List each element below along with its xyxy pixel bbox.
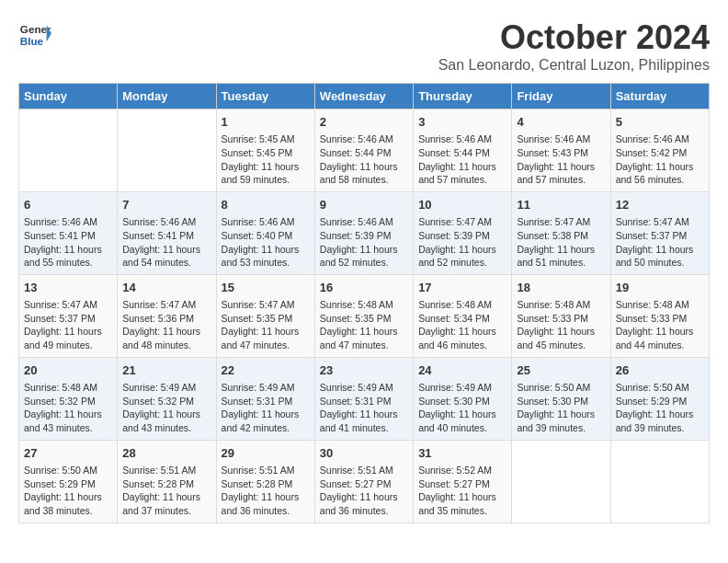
calendar-cell: 15Sunrise: 5:47 AM Sunset: 5:35 PM Dayli…	[216, 274, 314, 357]
calendar-cell: 27Sunrise: 5:50 AM Sunset: 5:29 PM Dayli…	[19, 440, 118, 523]
calendar-cell: 10Sunrise: 5:47 AM Sunset: 5:39 PM Dayli…	[414, 191, 512, 274]
day-number: 26	[616, 362, 704, 379]
calendar-cell: 13Sunrise: 5:47 AM Sunset: 5:37 PM Dayli…	[19, 274, 118, 357]
day-number: 27	[24, 445, 112, 462]
day-number: 7	[122, 197, 210, 213]
calendar-cell: 7Sunrise: 5:46 AM Sunset: 5:41 PM Daylig…	[118, 191, 216, 274]
day-number: 21	[122, 362, 210, 379]
day-info: Sunrise: 5:47 AM Sunset: 5:36 PM Dayligh…	[122, 298, 210, 352]
calendar-cell: 4Sunrise: 5:46 AM Sunset: 5:43 PM Daylig…	[512, 109, 610, 192]
calendar-cell: 17Sunrise: 5:48 AM Sunset: 5:34 PM Dayli…	[414, 274, 512, 357]
column-header-friday: Friday	[512, 84, 610, 109]
calendar-cell: 26Sunrise: 5:50 AM Sunset: 5:29 PM Dayli…	[610, 357, 709, 440]
day-info: Sunrise: 5:47 AM Sunset: 5:37 PM Dayligh…	[24, 298, 112, 352]
day-number: 11	[517, 197, 605, 213]
day-info: Sunrise: 5:46 AM Sunset: 5:43 PM Dayligh…	[517, 132, 605, 187]
calendar-cell: 30Sunrise: 5:51 AM Sunset: 5:27 PM Dayli…	[314, 440, 413, 523]
day-number: 12	[616, 197, 704, 213]
day-number: 31	[418, 445, 506, 462]
column-header-sunday: Sunday	[19, 84, 118, 109]
day-number: 19	[616, 280, 704, 296]
day-info: Sunrise: 5:51 AM Sunset: 5:27 PM Dayligh…	[320, 464, 408, 518]
day-info: Sunrise: 5:48 AM Sunset: 5:33 PM Dayligh…	[517, 298, 605, 352]
day-number: 22	[222, 362, 310, 379]
day-info: Sunrise: 5:46 AM Sunset: 5:42 PM Dayligh…	[616, 132, 704, 187]
day-info: Sunrise: 5:46 AM Sunset: 5:40 PM Dayligh…	[222, 215, 310, 270]
day-number: 24	[418, 362, 506, 379]
day-info: Sunrise: 5:49 AM Sunset: 5:31 PM Dayligh…	[222, 381, 310, 435]
day-info: Sunrise: 5:50 AM Sunset: 5:29 PM Dayligh…	[616, 381, 704, 435]
calendar-week-4: 20Sunrise: 5:48 AM Sunset: 5:32 PM Dayli…	[19, 357, 710, 440]
calendar-cell: 3Sunrise: 5:46 AM Sunset: 5:44 PM Daylig…	[414, 109, 512, 192]
logo: General Blue	[18, 18, 51, 52]
day-info: Sunrise: 5:46 AM Sunset: 5:44 PM Dayligh…	[320, 132, 408, 187]
day-info: Sunrise: 5:48 AM Sunset: 5:32 PM Dayligh…	[24, 381, 112, 435]
calendar-cell: 24Sunrise: 5:49 AM Sunset: 5:30 PM Dayli…	[414, 357, 512, 440]
day-number: 8	[222, 197, 310, 213]
calendar-cell: 25Sunrise: 5:50 AM Sunset: 5:30 PM Dayli…	[512, 357, 610, 440]
day-number: 2	[320, 114, 408, 131]
day-number: 30	[320, 445, 408, 462]
day-info: Sunrise: 5:49 AM Sunset: 5:31 PM Dayligh…	[320, 381, 408, 435]
calendar-cell	[19, 109, 118, 192]
calendar-header-row: SundayMondayTuesdayWednesdayThursdayFrid…	[19, 84, 710, 109]
column-header-monday: Monday	[118, 84, 216, 109]
day-number: 15	[222, 280, 310, 296]
month-title: October 2024	[438, 18, 710, 57]
day-number: 4	[517, 114, 605, 131]
calendar-week-1: 1Sunrise: 5:45 AM Sunset: 5:45 PM Daylig…	[19, 109, 710, 192]
column-header-saturday: Saturday	[610, 84, 709, 109]
day-number: 25	[517, 362, 605, 379]
calendar-cell: 12Sunrise: 5:47 AM Sunset: 5:37 PM Dayli…	[610, 191, 709, 274]
calendar-cell: 5Sunrise: 5:46 AM Sunset: 5:42 PM Daylig…	[610, 109, 709, 192]
day-number: 10	[418, 197, 506, 213]
calendar-cell: 14Sunrise: 5:47 AM Sunset: 5:36 PM Dayli…	[118, 274, 216, 357]
page-header: General Blue October 2024 San Leonardo, …	[18, 18, 710, 74]
calendar-cell: 9Sunrise: 5:46 AM Sunset: 5:39 PM Daylig…	[314, 191, 413, 274]
day-info: Sunrise: 5:46 AM Sunset: 5:44 PM Dayligh…	[418, 132, 506, 187]
calendar-cell: 8Sunrise: 5:46 AM Sunset: 5:40 PM Daylig…	[216, 191, 314, 274]
calendar-cell	[118, 109, 216, 192]
day-info: Sunrise: 5:51 AM Sunset: 5:28 PM Dayligh…	[122, 464, 210, 518]
day-info: Sunrise: 5:49 AM Sunset: 5:30 PM Dayligh…	[418, 381, 506, 435]
column-header-tuesday: Tuesday	[216, 84, 314, 109]
day-number: 6	[24, 197, 112, 213]
day-number: 13	[24, 280, 112, 296]
day-info: Sunrise: 5:45 AM Sunset: 5:45 PM Dayligh…	[222, 132, 310, 187]
calendar-cell: 11Sunrise: 5:47 AM Sunset: 5:38 PM Dayli…	[512, 191, 610, 274]
day-number: 29	[222, 445, 310, 462]
calendar-cell: 16Sunrise: 5:48 AM Sunset: 5:35 PM Dayli…	[314, 274, 413, 357]
day-number: 17	[418, 280, 506, 296]
day-info: Sunrise: 5:46 AM Sunset: 5:39 PM Dayligh…	[320, 215, 408, 270]
day-info: Sunrise: 5:47 AM Sunset: 5:37 PM Dayligh…	[616, 215, 704, 270]
calendar-cell: 31Sunrise: 5:52 AM Sunset: 5:27 PM Dayli…	[414, 440, 512, 523]
day-info: Sunrise: 5:51 AM Sunset: 5:28 PM Dayligh…	[222, 464, 310, 518]
day-info: Sunrise: 5:49 AM Sunset: 5:32 PM Dayligh…	[122, 381, 210, 435]
calendar-cell: 18Sunrise: 5:48 AM Sunset: 5:33 PM Dayli…	[512, 274, 610, 357]
day-info: Sunrise: 5:50 AM Sunset: 5:30 PM Dayligh…	[517, 381, 605, 435]
day-info: Sunrise: 5:48 AM Sunset: 5:33 PM Dayligh…	[616, 298, 704, 352]
day-number: 5	[616, 114, 704, 131]
day-info: Sunrise: 5:48 AM Sunset: 5:35 PM Dayligh…	[320, 298, 408, 352]
day-number: 14	[122, 280, 210, 296]
day-number: 1	[222, 114, 310, 131]
calendar-cell: 28Sunrise: 5:51 AM Sunset: 5:28 PM Dayli…	[118, 440, 216, 523]
calendar-cell: 22Sunrise: 5:49 AM Sunset: 5:31 PM Dayli…	[216, 357, 314, 440]
day-info: Sunrise: 5:47 AM Sunset: 5:39 PM Dayligh…	[418, 215, 506, 270]
day-number: 18	[517, 280, 605, 296]
day-number: 20	[24, 362, 112, 379]
day-number: 16	[320, 280, 408, 296]
calendar-cell: 2Sunrise: 5:46 AM Sunset: 5:44 PM Daylig…	[314, 109, 413, 192]
calendar-cell: 20Sunrise: 5:48 AM Sunset: 5:32 PM Dayli…	[19, 357, 118, 440]
day-info: Sunrise: 5:47 AM Sunset: 5:38 PM Dayligh…	[517, 215, 605, 270]
column-header-thursday: Thursday	[414, 84, 512, 109]
calendar-cell: 19Sunrise: 5:48 AM Sunset: 5:33 PM Dayli…	[610, 274, 709, 357]
logo-icon: General Blue	[18, 18, 51, 52]
calendar-cell: 21Sunrise: 5:49 AM Sunset: 5:32 PM Dayli…	[118, 357, 216, 440]
day-number: 9	[320, 197, 408, 213]
column-header-wednesday: Wednesday	[314, 84, 413, 109]
calendar-cell: 1Sunrise: 5:45 AM Sunset: 5:45 PM Daylig…	[216, 109, 314, 192]
location-subtitle: San Leonardo, Central Luzon, Philippines	[438, 57, 710, 74]
title-block: October 2024 San Leonardo, Central Luzon…	[438, 18, 710, 74]
calendar-week-5: 27Sunrise: 5:50 AM Sunset: 5:29 PM Dayli…	[19, 440, 710, 523]
